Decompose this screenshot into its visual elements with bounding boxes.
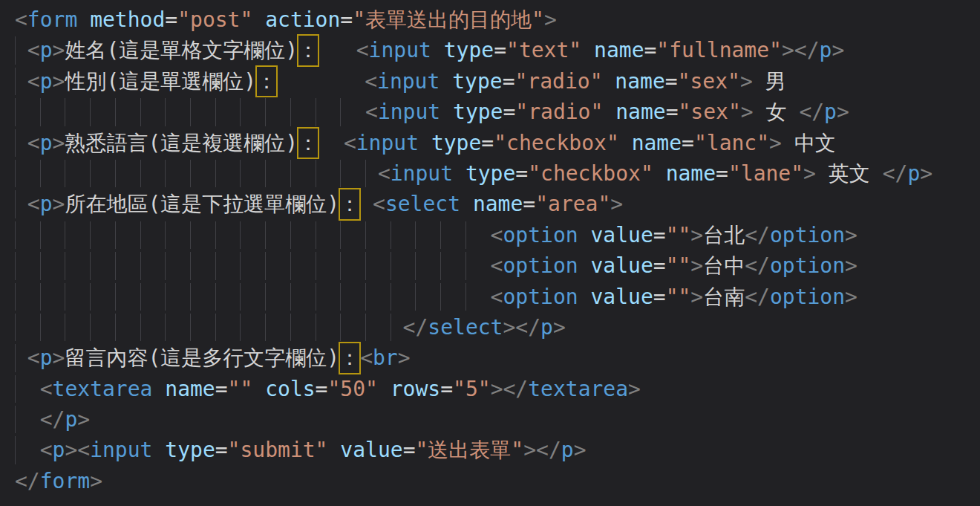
token-punctuation[interactable]: > bbox=[574, 438, 587, 462]
token-text[interactable] bbox=[431, 38, 444, 62]
token-text[interactable] bbox=[252, 377, 265, 401]
token-string[interactable]: "area" bbox=[535, 192, 610, 216]
token-punctuation[interactable]: > bbox=[53, 38, 65, 62]
token-tag-name[interactable]: option bbox=[503, 285, 578, 309]
ambiguous-unicode-highlight[interactable]: ： bbox=[298, 128, 318, 158]
token-punctuation[interactable]: </ bbox=[40, 407, 65, 432]
token-punctuation[interactable]: < bbox=[491, 285, 503, 309]
token-equals[interactable]: = bbox=[340, 7, 353, 32]
token-string[interactable]: "fullname" bbox=[656, 38, 782, 62]
code-line-2[interactable]: <p>姓名(這是單格文字欄位)： <input type="text" name… bbox=[15, 35, 980, 65]
token-text[interactable] bbox=[453, 161, 466, 186]
token-punctuation[interactable]: > bbox=[523, 438, 536, 462]
token-tag-name[interactable]: p bbox=[824, 100, 837, 124]
token-text[interactable] bbox=[578, 253, 591, 278]
token-punctuation[interactable]: </ bbox=[745, 285, 770, 309]
token-string[interactable]: "sex" bbox=[678, 69, 740, 94]
token-text[interactable]: 女 bbox=[754, 100, 800, 124]
token-punctuation[interactable]: > bbox=[53, 69, 65, 94]
token-attribute-name[interactable]: value bbox=[590, 253, 653, 278]
token-text[interactable] bbox=[440, 69, 452, 94]
token-equals[interactable]: = bbox=[403, 438, 416, 462]
token-tag-name[interactable]: input bbox=[378, 100, 440, 124]
token-text[interactable]: 留言內容(這是多行文字欄位) bbox=[65, 346, 339, 370]
token-punctuation[interactable]: > bbox=[77, 407, 90, 432]
code-line-10[interactable]: <option value="">台南</option> bbox=[15, 282, 980, 312]
token-punctuation[interactable]: > bbox=[65, 438, 77, 462]
token-tag-name[interactable]: br bbox=[373, 346, 398, 370]
token-punctuation[interactable]: > bbox=[90, 469, 102, 493]
token-tag-name[interactable]: p bbox=[540, 315, 553, 340]
token-punctuation[interactable]: < bbox=[27, 346, 40, 370]
token-string[interactable]: "" bbox=[228, 377, 253, 401]
token-punctuation[interactable]: > bbox=[690, 223, 703, 247]
token-text[interactable] bbox=[327, 438, 340, 462]
token-tag-name[interactable]: p bbox=[561, 438, 574, 462]
token-punctuation[interactable]: > bbox=[53, 131, 65, 155]
token-text[interactable] bbox=[460, 192, 473, 216]
token-punctuation[interactable]: < bbox=[40, 377, 53, 401]
token-tag-name[interactable]: input bbox=[369, 38, 431, 62]
token-string[interactable]: "表單送出的目的地" bbox=[353, 7, 544, 32]
token-punctuation[interactable]: > bbox=[53, 192, 65, 216]
token-text[interactable] bbox=[378, 377, 391, 401]
token-equals[interactable]: = bbox=[523, 192, 535, 216]
token-tag-name[interactable]: textarea bbox=[53, 377, 153, 401]
token-equals[interactable]: = bbox=[215, 438, 228, 462]
token-punctuation[interactable]: < bbox=[27, 131, 40, 155]
token-equals[interactable]: = bbox=[653, 223, 666, 247]
token-attribute-name[interactable]: name bbox=[594, 38, 644, 62]
token-text[interactable] bbox=[440, 100, 453, 124]
token-text[interactable] bbox=[152, 438, 165, 462]
token-tag-name[interactable]: p bbox=[907, 161, 920, 186]
token-punctuation[interactable]: </ bbox=[515, 315, 540, 340]
token-punctuation[interactable]: < bbox=[373, 192, 385, 216]
token-tag-name[interactable]: option bbox=[503, 223, 578, 247]
token-text[interactable] bbox=[419, 131, 431, 155]
token-equals[interactable]: = bbox=[515, 161, 528, 186]
token-attribute-name[interactable]: type bbox=[466, 161, 515, 186]
code-editor[interactable]: <form method="post" action="表單送出的目的地"> <… bbox=[0, 0, 980, 506]
token-equals[interactable]: = bbox=[716, 161, 728, 186]
token-punctuation[interactable]: </ bbox=[883, 161, 908, 186]
token-punctuation[interactable]: < bbox=[77, 438, 90, 462]
token-punctuation[interactable]: > bbox=[690, 285, 703, 309]
token-tag-name[interactable]: p bbox=[40, 131, 53, 155]
token-punctuation[interactable]: < bbox=[27, 69, 40, 94]
token-string[interactable]: "radio" bbox=[515, 100, 603, 124]
token-string[interactable]: "" bbox=[666, 223, 691, 247]
token-tag-name[interactable]: p bbox=[40, 192, 53, 216]
token-equals[interactable]: = bbox=[481, 131, 494, 155]
token-attribute-name[interactable]: type bbox=[453, 100, 503, 124]
token-punctuation[interactable]: </ bbox=[503, 377, 529, 401]
token-attribute-name[interactable]: cols bbox=[265, 377, 315, 401]
token-punctuation[interactable]: > bbox=[503, 315, 515, 340]
token-equals[interactable]: = bbox=[503, 100, 515, 124]
token-equals[interactable]: = bbox=[316, 377, 328, 401]
token-punctuation[interactable]: > bbox=[628, 377, 641, 401]
token-punctuation[interactable]: > bbox=[803, 161, 816, 186]
token-punctuation[interactable]: > bbox=[769, 131, 782, 155]
token-equals[interactable]: = bbox=[653, 253, 666, 278]
token-punctuation[interactable]: < bbox=[27, 192, 40, 216]
token-tag-name[interactable]: option bbox=[770, 253, 845, 278]
code-line-14[interactable]: </p> bbox=[15, 404, 980, 435]
token-tag-name[interactable]: select bbox=[385, 192, 460, 216]
token-attribute-name[interactable]: name bbox=[473, 192, 523, 216]
token-attribute-name[interactable]: name bbox=[615, 100, 665, 124]
token-punctuation[interactable]: > bbox=[610, 192, 623, 216]
token-string[interactable]: "50" bbox=[327, 377, 377, 401]
token-text[interactable]: 台北 bbox=[703, 223, 745, 247]
token-punctuation[interactable]: </ bbox=[794, 38, 820, 62]
token-attribute-name[interactable]: type bbox=[165, 438, 215, 462]
token-punctuation[interactable]: < bbox=[378, 161, 391, 186]
code-line-6[interactable]: <input type="checkbox" name="lane"> 英文 <… bbox=[15, 158, 980, 189]
token-text[interactable] bbox=[318, 38, 356, 62]
ambiguous-unicode-highlight[interactable]: ： bbox=[298, 35, 318, 65]
token-tag-name[interactable]: option bbox=[503, 253, 578, 278]
token-punctuation[interactable]: > bbox=[741, 100, 754, 124]
token-punctuation[interactable]: < bbox=[491, 253, 503, 278]
token-punctuation[interactable]: < bbox=[15, 7, 27, 32]
token-punctuation[interactable]: > bbox=[782, 38, 794, 62]
token-tag-name[interactable]: p bbox=[65, 407, 77, 432]
